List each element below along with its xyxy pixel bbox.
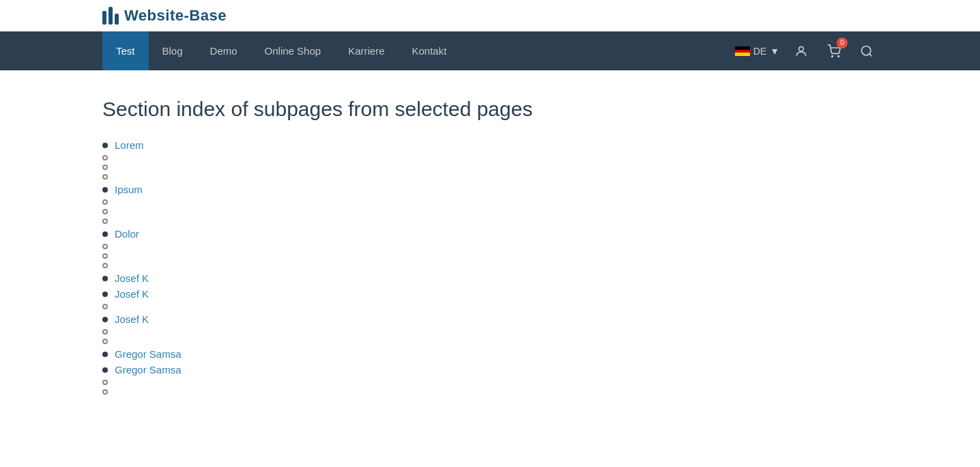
main-content: Section index of subpages from selected … [0,70,980,424]
bullet-empty [102,244,108,249]
logo-bar-1 [102,11,106,25]
main-nav: TestBlogDemoOnline ShopKarriereKontakt D… [0,31,980,70]
cart-icon[interactable]: 0 [823,40,845,62]
bullet-empty [102,174,108,180]
list-link[interactable]: Ipsum [115,184,143,195]
list-item [102,261,878,270]
list-item [102,327,878,337]
list-item [102,242,878,251]
list-item [102,197,878,207]
lang-selector[interactable]: DE ▼ [735,46,779,57]
list-link[interactable]: Josef K [115,313,149,325]
list-item: Josef K [102,270,878,286]
list-item: Josef K [102,286,878,302]
user-icon[interactable] [790,40,812,62]
list-item [102,378,878,387]
bullet-filled [102,367,108,373]
list-item [102,251,878,261]
list-link[interactable]: Lorem [115,139,144,151]
logo-icon [102,7,119,25]
bullet-empty [102,263,108,268]
nav-link-demo[interactable]: Demo [197,31,251,70]
list-item: Gregor Samsa [102,362,878,378]
logo-text: Website-Base [124,7,227,25]
list-item [102,337,878,346]
list-item: Ipsum [102,182,878,197]
logo-bar-3 [115,14,119,25]
list-item: Dolor [102,226,878,242]
bullet-empty [102,329,108,335]
svg-point-1 [832,55,833,57]
bullet-empty [102,165,108,170]
bullet-filled [102,292,108,297]
nav-link-kontakt[interactable]: Kontakt [398,31,460,70]
search-icon[interactable] [856,40,878,62]
nav-right: DE ▼ 0 [735,40,878,62]
flag-icon [735,46,750,56]
chevron-down-icon: ▼ [770,46,779,57]
nav-link-test[interactable]: Test [102,31,149,70]
nav-link-blog[interactable]: Blog [149,31,197,70]
bullet-empty [102,339,108,344]
bullet-filled [102,352,108,357]
nav-link-karriere[interactable]: Karriere [334,31,398,70]
bullet-filled [102,231,108,237]
bullet-empty [102,304,108,309]
lang-label: DE [753,46,766,57]
list-link[interactable]: Dolor [115,228,139,240]
bullet-filled [102,276,108,281]
logo-bar-2 [109,7,113,25]
svg-point-3 [862,46,871,55]
bullet-empty [102,218,108,224]
bullet-empty [102,155,108,160]
list-item: Josef K [102,311,878,327]
list-item [102,302,878,311]
list-item [102,387,878,397]
bullet-filled [102,143,108,148]
bullet-empty [102,253,108,259]
list-link[interactable]: Gregor Samsa [115,364,182,376]
bullet-empty [102,199,108,205]
nav-links: TestBlogDemoOnline ShopKarriereKontakt [102,31,460,70]
list-item: Lorem [102,137,878,153]
bullet-filled [102,317,108,322]
header: Website-Base [0,0,980,31]
bullet-empty [102,380,108,385]
svg-point-0 [799,46,804,51]
bullet-empty [102,209,108,214]
list-link[interactable]: Josef K [115,288,149,300]
subpage-list: LoremIpsumDolorJosef KJosef KJosef KGreg… [102,137,878,397]
bullet-filled [102,187,108,193]
page-title: Section index of subpages from selected … [102,98,878,121]
list-item [102,172,878,182]
list-item [102,207,878,216]
list-link[interactable]: Josef K [115,272,149,284]
logo[interactable]: Website-Base [102,7,227,25]
nav-link-online-shop[interactable]: Online Shop [251,31,335,70]
list-item [102,216,878,226]
bullet-empty [102,389,108,395]
cart-badge: 0 [837,38,848,48]
svg-point-2 [838,55,839,57]
list-item: Gregor Samsa [102,346,878,362]
list-item [102,162,878,172]
list-link[interactable]: Gregor Samsa [115,348,182,360]
list-item [102,153,878,162]
